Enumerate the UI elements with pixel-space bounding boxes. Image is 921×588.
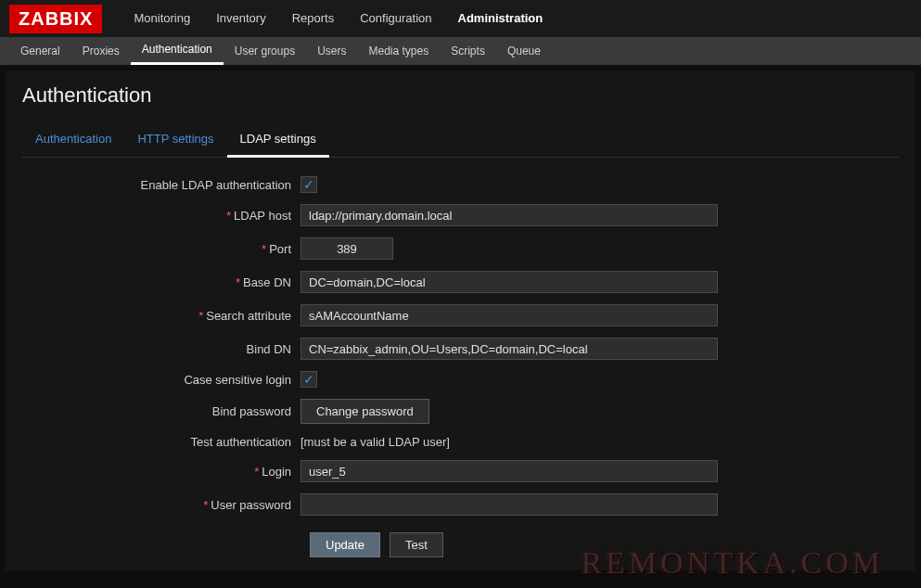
subnav-media-types[interactable]: Media types [358,37,441,65]
enable-ldap-label: Enable LDAP authentication [22,178,301,192]
port-input[interactable] [301,237,393,260]
ldap-host-label: *LDAP host [22,209,301,223]
change-password-button[interactable]: Change password [301,399,429,424]
content-panel: Authentication Authentication HTTP setti… [6,70,915,570]
basedn-label: *Base DN [22,275,301,289]
logo: ZABBIX [9,5,102,33]
test-auth-hint: [must be a valid LDAP user] [301,435,450,449]
case-sensitive-label: Case sensitive login [22,373,301,387]
topnav-reports[interactable]: Reports [279,0,348,37]
enable-ldap-checkbox[interactable]: ✓ [301,176,317,193]
top-nav: ZABBIX Monitoring Inventory Reports Conf… [0,0,921,37]
update-button[interactable]: Update [310,532,380,557]
binddn-label: Bind DN [22,342,301,356]
user-password-label: *User password [22,498,301,512]
subnav-user-groups[interactable]: User groups [224,37,306,65]
page-title: Authentication [22,83,899,108]
topnav-administration[interactable]: Administration [445,0,556,37]
topnav-configuration[interactable]: Configuration [347,0,444,37]
subnav-authentication[interactable]: Authentication [131,37,224,65]
user-password-input[interactable] [301,493,718,516]
ldap-host-input[interactable] [301,204,718,226]
check-icon: ✓ [303,373,314,386]
search-attr-label: *Search attribute [22,309,301,323]
search-attr-input[interactable] [301,304,718,326]
topnav-monitoring[interactable]: Monitoring [121,0,203,37]
sub-nav: General Proxies Authentication User grou… [0,37,921,65]
tab-authentication[interactable]: Authentication [22,124,124,157]
test-button[interactable]: Test [390,532,443,557]
test-auth-label: Test authentication [22,435,301,449]
topnav-inventory[interactable]: Inventory [203,0,278,37]
tab-ldap-settings[interactable]: LDAP settings [227,124,329,158]
login-label: *Login [22,465,301,479]
form-actions: Update Test [310,532,899,557]
login-input[interactable] [301,460,718,482]
check-icon: ✓ [303,178,314,191]
bind-password-label: Bind password [22,404,301,418]
subnav-queue[interactable]: Queue [496,37,552,65]
form-tabs: Authentication HTTP settings LDAP settin… [22,124,899,158]
tab-http-settings[interactable]: HTTP settings [124,124,226,157]
case-sensitive-checkbox[interactable]: ✓ [301,371,317,388]
subnav-general[interactable]: General [9,37,71,65]
subnav-proxies[interactable]: Proxies [71,37,131,65]
subnav-scripts[interactable]: Scripts [440,37,496,65]
basedn-input[interactable] [301,271,718,293]
subnav-users[interactable]: Users [306,37,357,65]
port-label: *Port [22,242,301,256]
ldap-form: Enable LDAP authentication ✓ *LDAP host … [22,176,899,516]
binddn-input[interactable] [301,338,718,360]
